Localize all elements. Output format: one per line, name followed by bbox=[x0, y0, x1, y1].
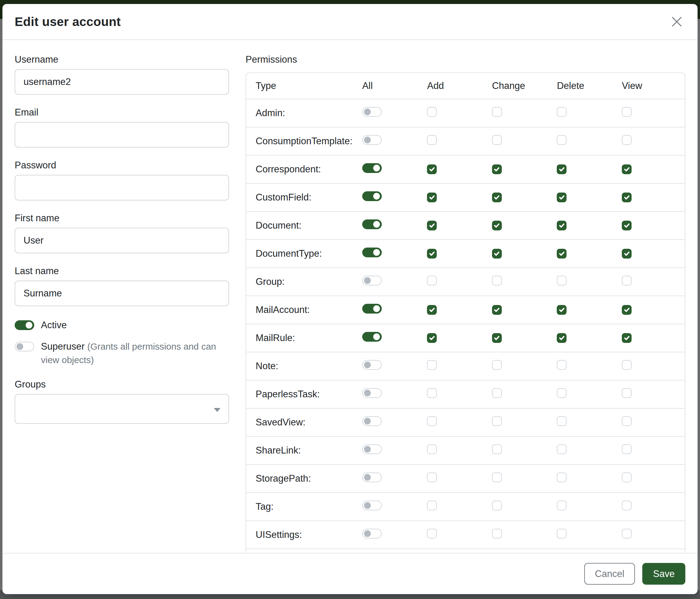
perm-delete-checkbox[interactable] bbox=[557, 193, 567, 202]
perm-delete-checkbox[interactable] bbox=[557, 305, 567, 315]
perm-all-toggle[interactable] bbox=[362, 360, 382, 370]
perm-all-toggle[interactable] bbox=[362, 275, 382, 285]
perm-delete-checkbox[interactable] bbox=[557, 249, 567, 259]
perm-add-checkbox[interactable] bbox=[427, 135, 437, 145]
perm-change-checkbox[interactable] bbox=[492, 305, 502, 315]
perm-view-checkbox[interactable] bbox=[622, 529, 632, 538]
perm-add-checkbox[interactable] bbox=[427, 275, 437, 285]
superuser-toggle[interactable] bbox=[15, 342, 34, 352]
perm-delete-checkbox[interactable] bbox=[557, 529, 567, 538]
email-field[interactable] bbox=[15, 122, 229, 148]
perm-view-checkbox[interactable] bbox=[622, 249, 632, 259]
perm-delete-checkbox[interactable] bbox=[557, 275, 567, 285]
perm-change-checkbox[interactable] bbox=[492, 416, 502, 426]
perm-all-toggle[interactable] bbox=[362, 388, 382, 398]
perm-change-checkbox[interactable] bbox=[492, 221, 502, 231]
check-icon bbox=[429, 307, 435, 313]
password-field[interactable] bbox=[15, 175, 229, 200]
table-row: Note: bbox=[246, 352, 685, 380]
perm-view-checkbox[interactable] bbox=[622, 445, 632, 454]
perm-add-checkbox[interactable] bbox=[427, 360, 437, 370]
perm-delete-checkbox[interactable] bbox=[557, 501, 567, 510]
perm-add-checkbox[interactable] bbox=[427, 249, 437, 259]
perm-view-checkbox[interactable] bbox=[622, 221, 632, 231]
check-icon bbox=[494, 194, 500, 200]
perm-view-checkbox[interactable] bbox=[622, 275, 632, 285]
perm-delete-checkbox[interactable] bbox=[557, 135, 567, 145]
perm-delete-checkbox[interactable] bbox=[557, 164, 567, 174]
perm-delete-checkbox[interactable] bbox=[557, 360, 567, 370]
perm-view-checkbox[interactable] bbox=[622, 473, 632, 482]
perm-view-checkbox[interactable] bbox=[622, 333, 632, 343]
perm-delete-checkbox[interactable] bbox=[557, 221, 567, 231]
perm-change-checkbox[interactable] bbox=[492, 388, 502, 398]
perm-change-checkbox[interactable] bbox=[492, 135, 502, 145]
username-input[interactable] bbox=[15, 69, 229, 95]
perm-view-checkbox[interactable] bbox=[622, 135, 632, 145]
perm-delete-checkbox[interactable] bbox=[557, 416, 567, 426]
perm-all-toggle[interactable] bbox=[362, 191, 382, 201]
perm-change-checkbox[interactable] bbox=[492, 501, 502, 510]
perm-change-checkbox[interactable] bbox=[492, 107, 502, 117]
perm-change-checkbox[interactable] bbox=[492, 333, 502, 343]
perm-view-checkbox[interactable] bbox=[622, 416, 632, 426]
perm-view-checkbox[interactable] bbox=[622, 388, 632, 398]
perm-add-checkbox[interactable] bbox=[427, 416, 437, 426]
perm-view-checkbox[interactable] bbox=[622, 501, 632, 510]
perm-type-label: Tag: bbox=[246, 493, 353, 521]
cancel-button[interactable]: Cancel bbox=[584, 563, 635, 585]
perm-add-checkbox[interactable] bbox=[427, 193, 437, 202]
perm-add-checkbox[interactable] bbox=[427, 388, 437, 398]
perm-add-checkbox[interactable] bbox=[427, 501, 437, 510]
perm-add-checkbox[interactable] bbox=[427, 333, 437, 343]
first-name-field[interactable] bbox=[15, 228, 229, 253]
groups-select[interactable] bbox=[15, 394, 229, 424]
perm-all-toggle[interactable] bbox=[362, 107, 382, 117]
perm-all-toggle[interactable] bbox=[362, 247, 382, 257]
perm-delete-checkbox[interactable] bbox=[557, 107, 567, 117]
perm-change-checkbox[interactable] bbox=[492, 360, 502, 370]
perm-view-checkbox[interactable] bbox=[622, 164, 632, 174]
perm-delete-checkbox[interactable] bbox=[557, 473, 567, 482]
perm-all-toggle[interactable] bbox=[362, 135, 382, 145]
perm-change-checkbox[interactable] bbox=[492, 249, 502, 259]
perm-view-checkbox[interactable] bbox=[622, 193, 632, 202]
perm-all-toggle[interactable] bbox=[362, 445, 382, 454]
perm-view-checkbox[interactable] bbox=[622, 360, 632, 370]
table-row: MailAccount: bbox=[246, 296, 685, 324]
perm-all-toggle[interactable] bbox=[362, 501, 382, 510]
perm-add-checkbox[interactable] bbox=[427, 445, 437, 454]
perm-add-checkbox[interactable] bbox=[427, 164, 437, 174]
close-button[interactable] bbox=[670, 14, 684, 29]
perm-view-checkbox[interactable] bbox=[622, 305, 632, 315]
last-name-field[interactable] bbox=[15, 281, 229, 306]
switch-knob bbox=[373, 193, 380, 199]
perm-all-toggle[interactable] bbox=[362, 529, 382, 538]
perm-all-toggle[interactable] bbox=[362, 332, 382, 342]
perm-add-checkbox[interactable] bbox=[427, 221, 437, 231]
perm-change-checkbox[interactable] bbox=[492, 473, 502, 482]
save-button[interactable]: Save bbox=[642, 563, 685, 585]
perm-all-toggle[interactable] bbox=[362, 163, 382, 173]
perm-type-label: Correspondent: bbox=[246, 155, 353, 183]
active-toggle[interactable] bbox=[15, 320, 34, 330]
perm-delete-checkbox[interactable] bbox=[557, 445, 567, 454]
perm-change-checkbox[interactable] bbox=[492, 529, 502, 538]
perm-add-checkbox[interactable] bbox=[427, 529, 437, 538]
perm-change-checkbox[interactable] bbox=[492, 275, 502, 285]
perm-delete-checkbox[interactable] bbox=[557, 388, 567, 398]
table-row: SavedView: bbox=[246, 408, 685, 436]
perm-add-checkbox[interactable] bbox=[427, 107, 437, 117]
perm-change-checkbox[interactable] bbox=[492, 445, 502, 454]
perm-all-toggle[interactable] bbox=[362, 219, 382, 229]
switch-knob bbox=[364, 277, 371, 284]
perm-view-checkbox[interactable] bbox=[622, 107, 632, 117]
perm-change-checkbox[interactable] bbox=[492, 193, 502, 202]
perm-all-toggle[interactable] bbox=[362, 304, 382, 314]
perm-add-checkbox[interactable] bbox=[427, 305, 437, 315]
perm-add-checkbox[interactable] bbox=[427, 473, 437, 482]
perm-change-checkbox[interactable] bbox=[492, 164, 502, 174]
perm-all-toggle[interactable] bbox=[362, 473, 382, 482]
perm-delete-checkbox[interactable] bbox=[557, 333, 567, 343]
perm-all-toggle[interactable] bbox=[362, 416, 382, 426]
